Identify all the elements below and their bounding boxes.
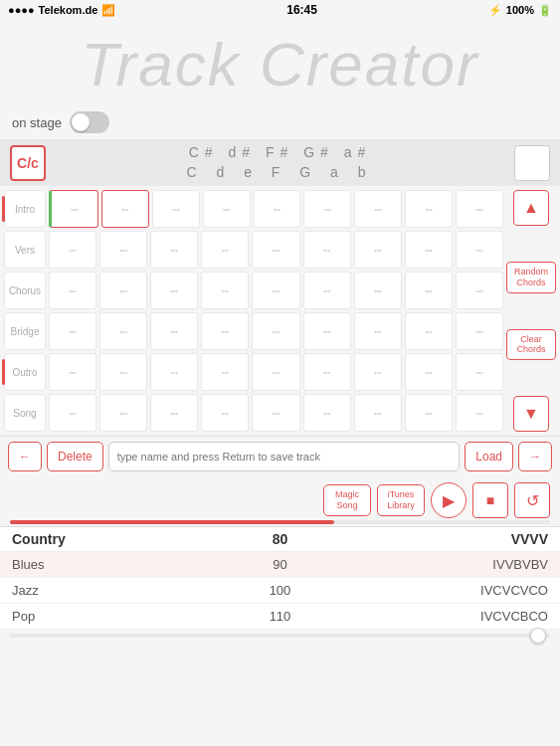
chord-cell[interactable]: ••• [456, 272, 503, 309]
chord-cell[interactable]: ••• [99, 394, 147, 432]
chord-cell[interactable]: ••• [354, 353, 402, 391]
track-name-input[interactable] [108, 442, 461, 471]
chord-cell[interactable]: ••• [456, 231, 503, 269]
chord-cell[interactable]: ••• [49, 312, 96, 350]
section-labels: Intro Vers Chorus Bridge Outro Song [4, 190, 46, 432]
on-stage-row: on stage [0, 109, 560, 139]
chord-cell[interactable]: ••• [201, 231, 249, 269]
forward-button[interactable]: → [518, 442, 552, 471]
chord-cell[interactable]: ••• [252, 231, 299, 269]
key-selector-box[interactable] [514, 145, 550, 181]
song-row-blues[interactable]: Blues 90 IVVBVBV [0, 552, 560, 578]
volume-slider-thumb[interactable] [530, 628, 546, 644]
chord-cell[interactable]: ••• [99, 231, 147, 269]
chord-cell[interactable]: ••• [150, 353, 198, 391]
chord-cell[interactable]: ••• [303, 190, 351, 228]
chord-cell[interactable]: ••• [150, 312, 198, 350]
chord-cell[interactable]: ••• [405, 394, 453, 432]
replay-button[interactable]: ↺ [514, 482, 550, 518]
chord-cell[interactable]: ••• [49, 190, 98, 228]
right-controls: ▲ Random Chords Clear Chords ▼ [506, 190, 556, 432]
chord-cell[interactable]: ••• [303, 272, 351, 309]
itunes-library-button[interactable]: iTunes Library [377, 484, 425, 516]
chord-cell[interactable]: ••• [354, 231, 402, 269]
chord-cell[interactable]: ••• [252, 272, 299, 309]
playback-area: Magic Song iTunes Library ▶ ■ ↺ [0, 476, 560, 520]
battery-percent: 100% [506, 4, 534, 16]
song-bpm: 110 [227, 609, 334, 624]
chord-cell[interactable]: ••• [49, 353, 96, 391]
section-outro[interactable]: Outro [4, 353, 46, 391]
progress-bar[interactable] [10, 520, 550, 524]
chord-cell[interactable]: ••• [254, 190, 301, 228]
section-intro[interactable]: Intro [4, 190, 46, 228]
carrier-name: Telekom.de [39, 4, 98, 16]
chord-cell[interactable]: ••• [456, 312, 503, 350]
random-chords-button[interactable]: Random Chords [506, 262, 556, 293]
chord-cell[interactable]: ••• [405, 190, 453, 228]
chord-cell[interactable]: ••• [252, 394, 299, 432]
chord-cell[interactable]: ••• [99, 312, 147, 350]
chord-cell[interactable]: ••• [405, 231, 453, 269]
key-button[interactable]: C/c [10, 145, 46, 181]
chord-cell[interactable]: ••• [354, 312, 402, 350]
scroll-up-button[interactable]: ▲ [513, 190, 549, 226]
chord-cell[interactable]: ••• [201, 272, 249, 309]
section-song[interactable]: Song [4, 394, 46, 432]
stop-button[interactable]: ■ [472, 482, 508, 518]
chord-cell[interactable]: ••• [303, 231, 351, 269]
chord-cell[interactable]: ••• [150, 272, 198, 309]
chord-cell[interactable]: ••• [49, 272, 96, 309]
back-button[interactable]: ← [8, 442, 42, 471]
chord-cell[interactable]: ••• [303, 312, 351, 350]
chord-row-3: ••• ••• ••• ••• ••• ••• ••• ••• ••• [49, 312, 503, 350]
delete-button[interactable]: Delete [47, 442, 103, 471]
chord-cell[interactable]: ••• [150, 231, 198, 269]
volume-slider[interactable] [10, 634, 550, 638]
section-vers[interactable]: Vers [4, 231, 46, 269]
section-bridge[interactable]: Bridge [4, 312, 46, 350]
chord-cell[interactable]: ••• [405, 272, 453, 309]
chord-cell[interactable]: ••• [49, 394, 96, 432]
song-row-pop[interactable]: Pop 110 IVCVCBCO [0, 604, 560, 630]
bottom-toolbar: ← Delete Load → [0, 436, 560, 476]
on-stage-toggle[interactable] [70, 111, 109, 133]
chord-cell[interactable]: ••• [203, 190, 251, 228]
chord-cell[interactable]: ••• [201, 312, 249, 350]
chord-cell[interactable]: ••• [405, 353, 453, 391]
song-list: Country 80 VVVV Blues 90 IVVBVBV Jazz 10… [0, 526, 560, 630]
chord-cell[interactable]: ••• [49, 231, 96, 269]
song-list-header: Country 80 VVVV [0, 527, 560, 552]
section-grid-area: Intro Vers Chorus Bridge Outro Song ••• … [0, 186, 560, 436]
play-button[interactable]: ▶ [431, 482, 467, 518]
chord-cell[interactable]: ••• [201, 353, 249, 391]
chord-cell[interactable]: ••• [354, 272, 402, 309]
section-chorus[interactable]: Chorus [4, 272, 46, 309]
chord-cell[interactable]: ••• [252, 312, 299, 350]
magic-song-button[interactable]: Magic Song [323, 484, 371, 516]
chord-row-1: ••• ••• ••• ••• ••• ••• ••• ••• ••• [49, 231, 503, 269]
chord-cell[interactable]: ••• [201, 394, 249, 432]
carrier-info: ●●●● Telekom.de 📶 [8, 4, 115, 17]
chord-cell[interactable]: ••• [456, 394, 503, 432]
chord-cell[interactable]: ••• [303, 394, 351, 432]
chord-cell[interactable]: ••• [354, 394, 402, 432]
chord-cell[interactable]: ••• [99, 353, 147, 391]
chord-cell[interactable]: ••• [152, 190, 200, 228]
clear-chords-button[interactable]: Clear Chords [506, 329, 556, 361]
chord-cell[interactable]: ••• [99, 272, 147, 309]
scroll-down-button[interactable]: ▼ [513, 396, 549, 432]
chord-cell[interactable]: ••• [354, 190, 402, 228]
chord-cell[interactable]: ••• [303, 353, 351, 391]
chord-cell[interactable]: ••• [101, 190, 149, 228]
song-pattern: IVCVCBCO [333, 609, 548, 624]
chord-cell[interactable]: ••• [456, 353, 503, 391]
chord-cell[interactable]: ••• [456, 190, 503, 228]
chord-cell[interactable]: ••• [405, 312, 453, 350]
header-pattern: VVVV [333, 531, 548, 547]
progress-fill [10, 520, 334, 524]
song-row-jazz[interactable]: Jazz 100 IVCVCVCO [0, 578, 560, 604]
load-button[interactable]: Load [465, 442, 513, 471]
chord-cell[interactable]: ••• [252, 353, 299, 391]
chord-cell[interactable]: ••• [150, 394, 198, 432]
